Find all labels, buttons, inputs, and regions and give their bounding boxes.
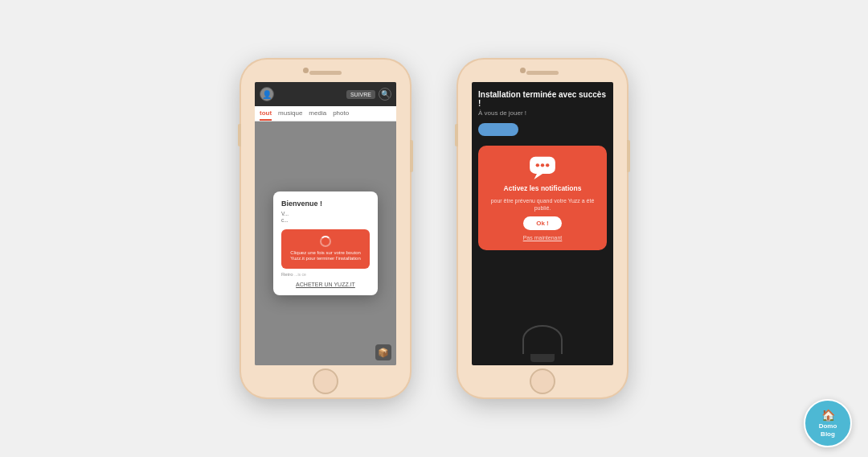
tabs-bar-1: tout musique media photo bbox=[255, 106, 396, 121]
badge-line1: Domo bbox=[819, 422, 837, 430]
ok-button[interactable]: Ok ! bbox=[523, 216, 562, 230]
home-button-2[interactable] bbox=[530, 368, 555, 394]
modal-title-1: Bienvenue ! bbox=[281, 200, 370, 208]
search-icon-1[interactable]: 🔍 bbox=[379, 88, 391, 101]
modal-text-1: V...c... bbox=[281, 211, 370, 224]
camera-dot-2 bbox=[520, 68, 526, 73]
phone-1-top bbox=[241, 60, 410, 82]
tab-photo[interactable]: photo bbox=[333, 109, 349, 121]
tab-tout[interactable]: tout bbox=[260, 109, 272, 121]
modal-card-1: Bienvenue ! V...c... Cliquez une fois su… bbox=[273, 191, 378, 295]
phone-1: 👤 SUIVRE 🔍 tout musique media photo Bien… bbox=[241, 60, 410, 397]
phone-2-bottom bbox=[458, 365, 627, 397]
phone-bottom-icon-1: 📦 bbox=[375, 344, 391, 360]
camera-dot-1 bbox=[303, 68, 309, 73]
screen-1: 👤 SUIVRE 🔍 tout musique media photo Bien… bbox=[255, 82, 396, 365]
app-header-1: 👤 SUIVRE 🔍 bbox=[255, 82, 396, 106]
tab-musique[interactable]: musique bbox=[278, 109, 302, 121]
retro-label: Retro ...is ce bbox=[281, 272, 370, 277]
svg-point-4 bbox=[546, 163, 549, 167]
orange-loading-box: Cliquez une fois sur votre bouton Yuzz.i… bbox=[281, 229, 370, 270]
install-action-button[interactable] bbox=[478, 123, 518, 136]
follow-button[interactable]: SUIVRE bbox=[346, 90, 375, 99]
phone2-bottom-decor bbox=[478, 250, 607, 357]
phone-2-top bbox=[458, 60, 627, 82]
phone-2: Installation terminée avec succès ! À vo… bbox=[458, 60, 627, 397]
home-button-1[interactable] bbox=[313, 368, 338, 394]
svg-point-2 bbox=[536, 163, 539, 167]
speaker-1 bbox=[309, 71, 342, 75]
screen-2: Installation terminée avec succès ! À vo… bbox=[472, 82, 613, 365]
avatar-1: 👤 bbox=[260, 87, 274, 101]
icon-box-1: 📦 bbox=[375, 344, 391, 360]
phone-1-bottom bbox=[241, 365, 410, 397]
spinner bbox=[320, 236, 331, 247]
orange-box-text: Cliquez une fois sur votre bouton Yuzz.i… bbox=[286, 250, 365, 263]
notif-title: Activez les notifications bbox=[504, 184, 582, 192]
speaker-decor-2 bbox=[522, 325, 563, 354]
domo-house-icon: 🏠 bbox=[821, 409, 835, 422]
badge-line2: Blog bbox=[821, 430, 835, 438]
screen-content-1: Bienvenue ! V...c... Cliquez une fois su… bbox=[255, 121, 396, 365]
cancel-notif-link[interactable]: Pas maintenant bbox=[523, 235, 563, 241]
notif-text: pour être prévenu quand votre Yuzz a été… bbox=[486, 197, 599, 212]
tab-media[interactable]: media bbox=[309, 109, 326, 121]
install-sub: À vous de jouer ! bbox=[478, 109, 607, 117]
chat-bubble-icon bbox=[528, 155, 557, 179]
acheter-link[interactable]: ACHETER UN YUZZ.IT bbox=[281, 282, 370, 287]
notification-modal: Activez les notifications pour être prév… bbox=[478, 146, 607, 250]
speaker-2 bbox=[526, 71, 559, 75]
svg-point-3 bbox=[541, 163, 544, 167]
install-title: Installation terminée avec succès ! bbox=[478, 90, 607, 108]
scene: 👤 SUIVRE 🔍 tout musique media photo Bien… bbox=[0, 0, 868, 457]
svg-marker-1 bbox=[534, 174, 542, 179]
domo-blog-badge: 🏠 Domo Blog bbox=[804, 399, 852, 447]
